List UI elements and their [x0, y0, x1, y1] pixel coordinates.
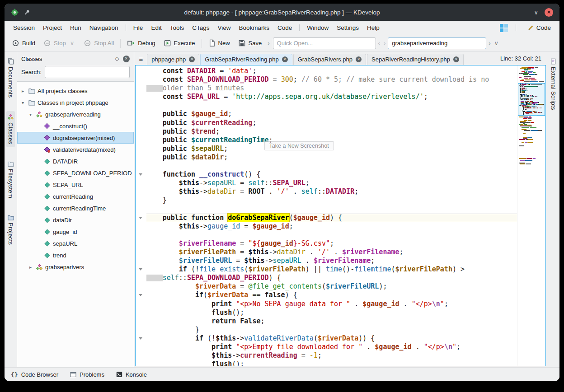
close-tab-icon[interactable]: × [453, 56, 459, 62]
tree-item-sepa-url[interactable]: SEPA_URL [17, 179, 134, 191]
tree-item-sepa-download-period[interactable]: SEPA_DOWNLOAD_PERIOD [17, 167, 134, 179]
gutter-row [136, 110, 146, 118]
collapse-arrow-icon[interactable]: ▾ [28, 112, 33, 117]
execute-button[interactable]: Execute [160, 37, 199, 49]
tree-item-gauge-id[interactable]: gauge_id [17, 226, 134, 238]
fold-arrow-icon[interactable] [139, 294, 142, 296]
tree-item-trend[interactable]: trend [17, 249, 134, 261]
menu-tools[interactable]: Tools [166, 23, 188, 33]
shade-window-icon[interactable]: ∨ [534, 9, 538, 16]
title-bar[interactable]: default: phppage - [ phppage:GrabSepaRiv… [5, 4, 559, 21]
dock-tab-filesystem[interactable]: Filesystem [6, 158, 15, 201]
close-tab-icon[interactable]: × [189, 56, 195, 62]
menu-view[interactable]: View [213, 23, 235, 33]
menu-settings[interactable]: Settings [333, 23, 363, 33]
dock-tab-documents[interactable]: Documents [6, 56, 15, 100]
collapse-arrow-icon[interactable]: ▾ [20, 100, 26, 105]
save-icon [238, 39, 246, 47]
tree-item-dograbsepariver-mixed[interactable]: dograbsepariver(mixed) [17, 132, 134, 144]
fold-marker[interactable] [136, 334, 146, 343]
menu-code[interactable]: Code [273, 23, 296, 33]
code-token [146, 334, 195, 342]
fold-marker[interactable] [136, 291, 146, 299]
close-window-button[interactable]: × [545, 8, 553, 17]
debug-button[interactable]: Debug [123, 37, 159, 49]
classes-search-input[interactable] [45, 66, 130, 78]
code-area[interactable]: const DATADIR = 'data'; const SEPA_DOWNL… [146, 65, 517, 366]
class-tree: ▸All projects classes▾Classes in project… [17, 81, 134, 367]
detach-panel-icon[interactable]: ◇ [115, 56, 119, 62]
menu-file[interactable]: File [129, 23, 147, 33]
editor-search-input[interactable] [388, 37, 486, 49]
close-panel-icon[interactable]: × [123, 56, 130, 62]
menu-run[interactable]: Run [66, 23, 85, 33]
problems-button[interactable]: Problems [70, 371, 104, 378]
quick-open-input[interactable] [273, 37, 376, 49]
code-area-button[interactable]: Code [524, 23, 555, 33]
close-tab-icon[interactable]: × [282, 56, 288, 62]
tree-item-validateriverdata-mixed[interactable]: validateriverdata(mixed) [17, 144, 134, 155]
dock-tab-classes[interactable]: Classes [6, 111, 15, 147]
editor-tab-separiverreadinghistory-php[interactable]: SepaRiverReadingHistory.php× [367, 54, 464, 65]
konsole-button[interactable]: Konsole [116, 371, 147, 378]
dock-tab-projects[interactable]: Projects [6, 212, 15, 247]
menu-bookmarks[interactable]: Bookmarks [235, 23, 273, 33]
save-button[interactable]: Save [235, 37, 266, 49]
editor-tab-phppage-php[interactable]: phppage.php× [147, 54, 199, 65]
fold-arrow-icon[interactable] [139, 173, 142, 176]
tree-item-currentreading[interactable]: currentReading [17, 191, 134, 202]
tree-item-construct[interactable]: __construct() [17, 120, 134, 132]
expand-arrow-icon[interactable]: ▸ [28, 265, 33, 270]
close-tab-icon[interactable]: × [356, 56, 362, 62]
menu-ctags[interactable]: CTags [188, 23, 213, 33]
tree-item-classes-in-project-phppage[interactable]: ▾Classes in project phppage [17, 97, 134, 108]
tree-item-grabsepariverreading[interactable]: ▾grabsepariverreading [17, 108, 134, 120]
pin-icon[interactable] [24, 9, 30, 15]
tree-item-sepaurl[interactable]: sepaURL [17, 238, 134, 249]
stop-button[interactable]: Stop ∨ [40, 37, 79, 49]
menu-project[interactable]: Project [39, 23, 66, 33]
fold-marker[interactable] [136, 170, 146, 179]
expand-arrow-icon[interactable]: ▸ [20, 89, 26, 93]
minimap-scrollbar[interactable] [517, 65, 545, 366]
dock-tab-external-scripts[interactable]: External Scripts [549, 56, 558, 113]
stop-dropdown-icon[interactable]: ∨ [69, 40, 76, 47]
fold-marker[interactable] [136, 265, 146, 274]
menu-edit[interactable]: Edit [147, 23, 165, 33]
editor-gutter[interactable] [136, 65, 146, 366]
toolbar-overflow-icon[interactable]: › [266, 40, 271, 47]
tree-item-grabseparivers[interactable]: ▸grabseparivers [17, 261, 134, 273]
code-token: = [236, 248, 248, 256]
tree-item-datadir[interactable]: DATADIR [17, 155, 134, 167]
editor-tab-grabseparivers-php[interactable]: GrabSepaRivers.php× [293, 54, 366, 65]
menu-help[interactable]: Help [363, 23, 384, 33]
code-token: "<p>Empty file downloaded for " [236, 343, 362, 351]
editor-tab-grabsepariverreading-php[interactable]: GrabSepaRiverReading.php× [200, 54, 292, 65]
search-next-icon[interactable]: › [487, 40, 492, 47]
new-button[interactable]: New [205, 37, 234, 49]
stop-all-button[interactable]: Stop All [80, 37, 118, 49]
code-token: ()- [342, 265, 354, 273]
nav-back-icon[interactable]: ‹ [377, 40, 381, 47]
build-button[interactable]: Build [8, 37, 39, 49]
code-token: const [163, 75, 183, 84]
code-token [183, 67, 187, 75]
tree-item-datadir[interactable]: dataDir [17, 214, 134, 226]
menu-session[interactable]: Session [9, 23, 39, 33]
tree-item-all-projects-classes[interactable]: ▸All projects classes [17, 85, 134, 97]
tree-item-currentreadingtime[interactable]: currentReadingTime [17, 202, 134, 214]
search-options-icon[interactable]: ∨ [493, 40, 500, 47]
area-switcher-icon[interactable] [500, 24, 508, 32]
code-browser-button[interactable]: {}Code Browser [11, 371, 58, 378]
file-list-icon[interactable]: ≡ [136, 55, 146, 65]
nav-forward-icon[interactable]: › [382, 40, 387, 47]
minimap-viewport[interactable] [518, 83, 545, 116]
code-token: ( [203, 291, 207, 299]
menu-window[interactable]: Window [303, 23, 333, 33]
code-token [146, 317, 212, 325]
fold-arrow-icon[interactable] [139, 337, 142, 340]
fold-arrow-icon[interactable] [139, 268, 142, 271]
menu-navigation[interactable]: Navigation [85, 23, 122, 33]
fold-arrow-icon[interactable] [139, 217, 142, 219]
fold-marker[interactable] [136, 214, 146, 222]
